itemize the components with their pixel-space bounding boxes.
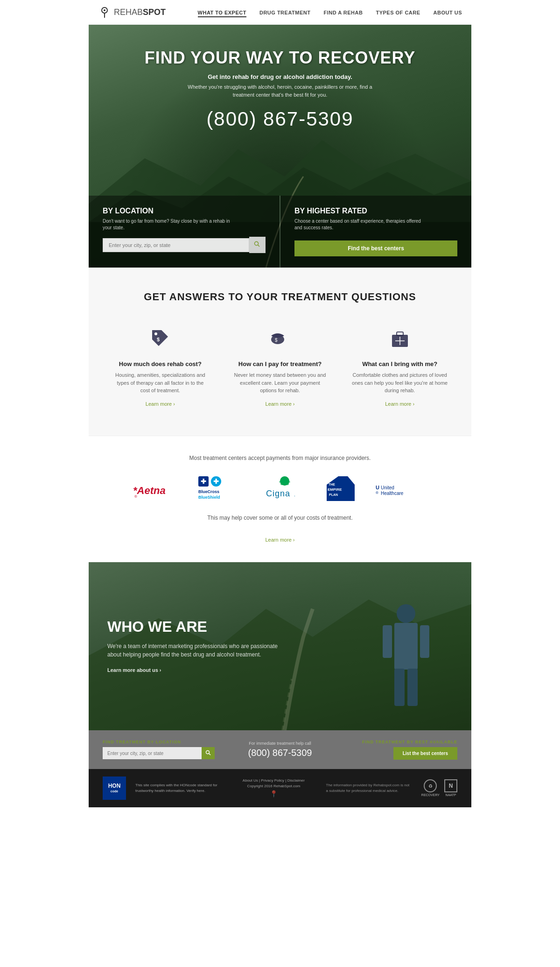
svg-text:U: U <box>376 485 379 490</box>
hero-description: Whether you're struggling with alcohol, … <box>187 83 373 99</box>
who-learn-more[interactable]: Learn more about us › <box>107 667 161 673</box>
recovery-icon: ♻ <box>424 779 437 792</box>
hero-title: FIND YOUR WAY TO RECOVERY <box>145 48 415 68</box>
aetna-svg: *Aetna ® <box>131 480 182 499</box>
svg-rect-42 <box>420 625 429 658</box>
aetna-logo: *Aetna ® <box>131 480 182 499</box>
bring-learn-more[interactable]: Learn more › <box>385 401 414 407</box>
united-svg: U United Healthcare ® <box>373 480 429 499</box>
person-silhouette-svg <box>378 600 434 730</box>
footer-top: FIND TREATMENT BY LOCATION For immediate… <box>89 730 471 769</box>
svg-point-26 <box>279 481 281 483</box>
bring-description: Comfortable clothes and pictures of love… <box>351 371 448 395</box>
svg-text:*Aetna: *Aetna <box>133 485 166 496</box>
insurance-learn-more[interactable]: Learn more › <box>266 537 295 543</box>
pay-learn-more[interactable]: Learn more › <box>266 401 295 407</box>
insurance-logos: *Aetna ® ✚ ✚ BlueCross BlueShield <box>107 475 453 503</box>
bring-title: What can I bring with me? <box>351 360 448 367</box>
footer-best-heading: FIND TREATMENT BY BEST AVAILABLE <box>345 740 457 744</box>
hero-content: FIND YOUR WAY TO RECOVERY Get into rehab… <box>145 25 415 140</box>
search-by-location: BY LOCATION Don't want to go far from ho… <box>89 196 280 268</box>
recovery-label: RECOVERY <box>421 793 440 797</box>
svg-text:BlueCross: BlueCross <box>198 489 219 494</box>
svg-point-27 <box>288 481 290 483</box>
hero-phone[interactable]: (800) 867-5309 <box>145 108 415 130</box>
svg-text:PLAN: PLAN <box>329 493 338 496</box>
empire-svg: THE EMPIRE PLAN <box>322 475 359 503</box>
svg-point-1 <box>104 9 105 11</box>
hero-subtitle: Get into rehab for drug or alcohol addic… <box>145 73 415 80</box>
footer-location-heading: FIND TREATMENT BY LOCATION <box>103 740 215 744</box>
footer-location-input-wrap <box>103 747 215 759</box>
by-rated-heading: BY HIGHEST RATED <box>294 207 457 215</box>
list-best-button[interactable]: List the best centers <box>393 747 457 760</box>
cost-icon: $ <box>112 326 209 354</box>
footer-location: FIND TREATMENT BY LOCATION <box>103 740 215 759</box>
naadac-badge: N NAATP <box>444 779 457 797</box>
logo-text: REHABSPOT <box>114 7 166 17</box>
insurance-intro: Most treatment centers accept payments f… <box>107 455 453 461</box>
cigna-logo: Cigna . <box>261 475 308 503</box>
insurance-section: Most treatment centers accept payments f… <box>89 436 471 562</box>
cost-title: How much does rehab cost? <box>112 360 209 367</box>
cost-learn-more[interactable]: Learn more › <box>146 401 175 407</box>
svg-line-6 <box>258 245 260 247</box>
disclaimer-link[interactable]: Disclaimer <box>287 778 305 783</box>
nav-item-drug-treatment[interactable]: DRUG TREATMENT <box>259 8 310 16</box>
pay-description: Never let money stand between you and ex… <box>232 371 329 395</box>
svg-point-5 <box>255 242 259 246</box>
nav-item-find-rehab[interactable]: FIND A REHAB <box>323 8 363 16</box>
hero-search-row: BY LOCATION Don't want to go far from ho… <box>89 196 471 268</box>
bcbs-svg: ✚ ✚ BlueCross BlueShield <box>196 475 247 503</box>
svg-rect-41 <box>383 625 392 658</box>
svg-point-7 <box>154 332 157 335</box>
footer-text: This site complies with the HONcode stan… <box>135 783 221 793</box>
footer-location-search-button[interactable] <box>202 747 215 759</box>
empire-logo: THE EMPIRE PLAN <box>322 475 359 503</box>
card-cost: $ How much does rehab cost? Housing, ame… <box>107 322 213 412</box>
footer-location-input[interactable] <box>103 747 202 759</box>
who-heading: WHO WE ARE <box>107 618 285 635</box>
logo[interactable]: REHABSPOT <box>98 6 166 19</box>
svg-text:.: . <box>294 492 295 497</box>
by-location-description: Don't want to go far from home? Stay clo… <box>103 218 233 231</box>
navigation: REHABSPOT WHAT TO EXPECT DRUG TREATMENT … <box>89 0 471 25</box>
money-tag-icon: $ <box>148 326 172 350</box>
svg-rect-44 <box>407 669 418 706</box>
copyright: Copyright 2016 RehabSpot.com <box>231 784 316 788</box>
privacy-link[interactable]: Privacy Policy <box>261 778 284 783</box>
svg-point-39 <box>397 604 415 623</box>
location-search-button[interactable] <box>249 237 266 253</box>
cost-description: Housing, amenities, specializations and … <box>112 371 209 395</box>
footer-disclaimer2: The information provided by Rehabspot.co… <box>326 783 412 793</box>
bcbs-logo: ✚ ✚ BlueCross BlueShield <box>196 475 247 503</box>
svg-text:Healthcare: Healthcare <box>381 491 404 496</box>
svg-text:✚: ✚ <box>213 478 219 485</box>
nav-item-what-to-expect[interactable]: WHAT TO EXPECT <box>198 8 246 16</box>
footer-links: About Us | Privacy Policy | Disclaimer C… <box>231 778 316 798</box>
luggage-icon <box>388 326 412 350</box>
svg-rect-40 <box>394 623 418 670</box>
about-link[interactable]: About Us <box>243 778 258 783</box>
location-search-input[interactable] <box>103 238 249 252</box>
card-pay: $ How can I pay for treatment? Never let… <box>227 322 333 412</box>
svg-text:$: $ <box>275 338 278 343</box>
nav-item-types-care[interactable]: TYPES OF CARE <box>376 8 420 16</box>
cigna-svg: Cigna . <box>261 475 308 503</box>
nav-item-about-us[interactable]: ABOUT US <box>434 8 462 16</box>
svg-text:$: $ <box>157 337 160 342</box>
svg-text:®: ® <box>134 494 137 499</box>
footer-disclaimer: The information provided by Rehabspot.co… <box>326 783 412 793</box>
answers-title: GET ANSWERS TO YOUR TREATMENT QUESTIONS <box>107 291 453 303</box>
pay-title: How can I pay for treatment? <box>232 360 329 367</box>
footer-phone-label: For immediate treatment help call <box>224 741 336 746</box>
svg-text:EMPIRE: EMPIRE <box>328 487 342 492</box>
card-bring: What can I bring with me? Comfortable cl… <box>347 322 453 412</box>
svg-text:United: United <box>381 485 394 490</box>
find-best-wrap: Find the best centers <box>294 237 457 256</box>
naadac-label: NAATP <box>446 793 456 797</box>
find-best-button[interactable]: Find the best centers <box>294 240 457 256</box>
svg-point-25 <box>286 482 289 485</box>
by-location-heading: BY LOCATION <box>103 207 266 215</box>
footer-phone[interactable]: (800) 867-5309 <box>224 748 336 758</box>
